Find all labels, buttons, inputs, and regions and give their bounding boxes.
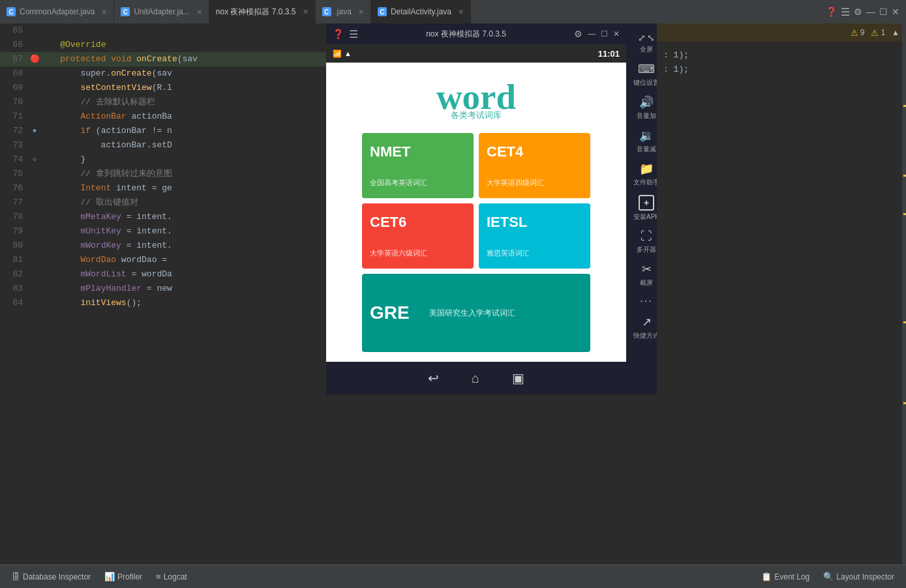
cet6-subtitle: 大学英语六级词汇 xyxy=(370,248,466,258)
tab-java[interactable]: C .java ✕ xyxy=(316,0,371,23)
line-number-72: 72 xyxy=(0,124,29,138)
line-content-69: setContentView(R.l xyxy=(40,81,326,95)
ietsl-button[interactable]: IETSL 雅思英语词汇 xyxy=(479,203,590,269)
emulator-close-icon[interactable]: ✕ xyxy=(892,7,899,17)
emulator-settings-icon[interactable]: ⚙ xyxy=(854,7,862,17)
cet4-button[interactable]: CET4 大学英语四级词汇 xyxy=(479,133,590,198)
database-inspector-icon: 🗄 xyxy=(12,572,20,581)
vol-down-label: 音量减 xyxy=(637,145,656,154)
tab-close-java[interactable]: ✕ xyxy=(358,8,364,16)
line-number-69: 69 xyxy=(0,81,29,95)
line-number-77: 77 xyxy=(0,196,29,210)
scroll-marker-2 xyxy=(903,175,906,177)
fullscreen-arrows: ⤢ ⤡ xyxy=(638,33,655,43)
line-content-70: // 去除默认标题栏 xyxy=(40,95,326,110)
code-line-79: 79 mUnitKey = intent. xyxy=(0,224,326,239)
emulator-wrapper: ❓ ☰ nox 夜神模拟器 7.0.3.5 ⚙ — ☐ ✕ 📶 ▲ 11:01 xyxy=(326,23,667,394)
screenshot-label: 截屏 xyxy=(640,278,653,287)
vol-up-icon: 🔊 xyxy=(639,95,654,110)
tab-label-java: .java xyxy=(335,7,352,16)
status-profiler[interactable]: 📊 Profiler xyxy=(99,569,147,584)
ide-status-bar: 🗄 Database Inspector 📊 Profiler ≡ Logcat… xyxy=(0,565,906,588)
code-editor: 65 66 @Override 67 🔴 protected void onCr… xyxy=(0,23,326,565)
install-apk-label: 安装APK xyxy=(633,213,659,222)
android-screen: 📶 ▲ 11:01 w ord xyxy=(326,44,626,362)
emulator-icon-menu: ☰ xyxy=(349,28,358,40)
chevron-up-icon[interactable]: ▲ xyxy=(892,28,899,37)
emulator-title: nox 夜神模拟器 7.0.3.5 xyxy=(363,29,569,40)
layout-inspector-icon: 🔍 xyxy=(823,572,834,581)
profiler-label: Profiler xyxy=(117,572,142,581)
back-button[interactable]: ↩ xyxy=(428,370,439,386)
line-content-66: @Override xyxy=(40,38,326,52)
emulator-minimize-icon[interactable]: — xyxy=(866,7,875,17)
status-layout-inspector[interactable]: 🔍 Layout Inspector xyxy=(818,569,899,584)
emulator-restore-icon[interactable]: ☐ xyxy=(879,7,888,17)
layout-inspector-label: Layout Inspector xyxy=(836,572,894,581)
right-code-panel: ⚠ 9 ⚠ 1 ▲ : 1); : 1); xyxy=(657,23,906,565)
emulator-icon-max[interactable]: ☐ xyxy=(601,29,608,38)
tab-close-unit-adapter[interactable]: ✕ xyxy=(196,8,202,16)
line-number-82: 82 xyxy=(0,267,29,282)
warning-badge-1: ⚠ 9 xyxy=(851,28,865,38)
nmet-title: NMET xyxy=(370,143,466,160)
status-logcat[interactable]: ≡ Logcat xyxy=(151,569,192,584)
warning-triangle-2: ⚠ xyxy=(871,28,879,38)
scroll-marker-4 xyxy=(903,321,906,323)
tab-detail-activity[interactable]: C DetailActivity.java ✕ xyxy=(371,0,471,23)
nmet-button[interactable]: NMET 全国高考英语词汇 xyxy=(362,133,474,198)
emulator-help-icon[interactable]: ❓ xyxy=(826,7,837,17)
code-line-80: 80 mWordKey = intent. xyxy=(0,239,326,253)
recents-button[interactable]: ▣ xyxy=(512,370,524,386)
line-content-84: initViews(); xyxy=(40,296,326,310)
shortcut-icon: ↗ xyxy=(642,315,652,329)
database-inspector-label: Database Inspector xyxy=(23,572,91,581)
code-line-70: 70 // 去除默认标题栏 xyxy=(0,95,326,110)
gre-title: GRE xyxy=(370,302,410,323)
tab-close-common-adapter[interactable]: ✕ xyxy=(101,8,107,16)
emulator-icon-x[interactable]: ✕ xyxy=(613,29,620,38)
logcat-label: Logcat xyxy=(164,572,187,581)
emulator-titlebar: ❓ ☰ nox 夜神模拟器 7.0.3.5 ⚙ — ☐ ✕ xyxy=(326,23,626,44)
tab-label-emulator: nox 夜神模拟器 7.0.3.5 xyxy=(216,7,296,18)
home-button[interactable]: ⌂ xyxy=(472,371,479,386)
tab-emulator[interactable]: nox 夜神模拟器 7.0.3.5 ✕ xyxy=(209,0,316,23)
line-content-67: protected void onCreate(sav xyxy=(40,52,326,66)
tab-close-detail-activity[interactable]: ✕ xyxy=(458,8,464,16)
cet6-button[interactable]: CET6 大学英语六级词汇 xyxy=(362,203,474,269)
scroll-marker-1 xyxy=(903,105,906,107)
line-number-66: 66 xyxy=(0,38,29,52)
code-line-83: 83 mPlayHandler = new xyxy=(0,282,326,296)
tab-close-emulator[interactable]: ✕ xyxy=(303,8,309,16)
line-content-78: mMetaKey = intent. xyxy=(40,210,326,224)
code-line-81: 81 WordDao wordDao = xyxy=(0,253,326,267)
line-content-74: } xyxy=(40,153,326,167)
install-apk-icon: + xyxy=(639,195,654,211)
code-line-75: 75 // 拿到跳转过来的意图 xyxy=(0,167,326,181)
emulator-icon-gear[interactable]: ⚙ xyxy=(574,29,582,39)
status-database-inspector[interactable]: 🗄 Database Inspector xyxy=(7,569,96,584)
code-line-71: 71 ActionBar actionBa xyxy=(0,110,326,124)
status-event-log[interactable]: 📋 Event Log xyxy=(756,569,815,584)
tab-icon-java: C xyxy=(322,7,331,16)
status-icons-left: 📶 ▲ xyxy=(333,50,352,58)
emulator-menu-icon[interactable]: ☰ xyxy=(841,6,850,18)
code-line-78: 78 mMetaKey = intent. xyxy=(0,210,326,224)
emulator-icon-min[interactable]: — xyxy=(588,29,596,38)
line-content-76: Intent intent = ge xyxy=(40,181,326,196)
event-log-label: Event Log xyxy=(774,572,809,581)
line-number-73: 73 xyxy=(0,138,29,153)
line-content-75: // 拿到跳转过来的意图 xyxy=(40,167,326,181)
tab-unit-adapter[interactable]: C UnitAdapter.ja... ✕ xyxy=(114,0,209,23)
tab-label-detail-activity: DetailActivity.java xyxy=(391,7,451,16)
line-number-84: 84 xyxy=(0,296,29,310)
tab-common-adapter[interactable]: C CommonAdapter.java ✕ xyxy=(0,0,114,23)
right-code-line-2: : 1); xyxy=(663,63,899,77)
emulator-icon-q: ❓ xyxy=(333,29,344,39)
signal-icon: ▲ xyxy=(344,50,352,57)
gre-button[interactable]: GRE 美国研究生入学考试词汇 xyxy=(362,274,590,352)
code-line-77: 77 // 取出键值对 xyxy=(0,196,326,210)
android-status-bar: 📶 ▲ 11:01 xyxy=(326,44,626,63)
emulator-main: ❓ ☰ nox 夜神模拟器 7.0.3.5 ⚙ — ☐ ✕ 📶 ▲ 11:01 xyxy=(326,23,626,394)
scroll-marker-3 xyxy=(903,213,906,215)
